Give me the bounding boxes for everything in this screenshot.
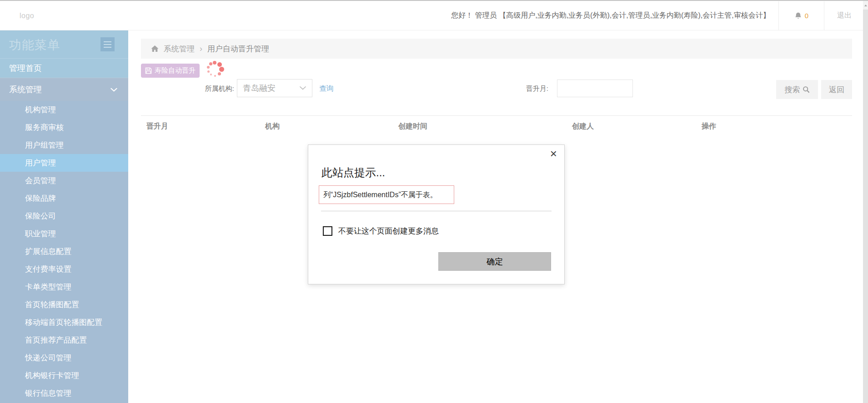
sidebar-item[interactable]: 保险品牌 xyxy=(0,189,128,207)
life-insurance-auto-promote-button[interactable]: 寿险自动晋升 xyxy=(141,64,200,78)
table-column-header: 操作 xyxy=(702,122,852,131)
notification-count: 0 xyxy=(805,12,808,20)
sidebar-header: 功能菜单 xyxy=(0,30,128,58)
select-chevron-icon xyxy=(299,86,306,90)
sidebar-item[interactable]: 机构银行卡管理 xyxy=(0,367,128,384)
sidebar-item[interactable]: 服务商审核 xyxy=(0,119,128,136)
breadcrumb-section[interactable]: 系统管理 xyxy=(164,44,195,54)
breadcrumb-separator-icon: › xyxy=(200,44,202,54)
dialog-title: 此站点提示... xyxy=(321,165,385,180)
search-button[interactable]: 搜索 xyxy=(776,80,818,99)
org-select[interactable]: 青岛融安 xyxy=(237,79,312,97)
sidebar-title: 功能菜单 xyxy=(9,37,60,53)
sidebar: 功能菜单 管理首页 系统管理 机构管理服务商审核用户组管理用户管理会员管理保险品… xyxy=(0,30,128,403)
breadcrumb: 系统管理 › 用户自动晋升管理 xyxy=(141,39,852,59)
header-right: 您好！ 管理员 【高级用户,业务内勤,业务员(外勤),会计,管理员,业务内勤(寿… xyxy=(451,1,858,30)
query-link[interactable]: 查询 xyxy=(319,79,334,98)
sidebar-item[interactable]: 保险公司 xyxy=(0,207,128,225)
sidebar-item[interactable]: 银行信息管理 xyxy=(0,384,128,402)
sidebar-item[interactable]: 会员管理 xyxy=(0,172,128,189)
loading-spinner-icon xyxy=(206,60,224,78)
table-column-header: 机构 xyxy=(265,122,398,131)
table-column-header: 创建人 xyxy=(572,122,702,131)
sidebar-item[interactable]: 首页轮播图配置 xyxy=(0,296,128,313)
dialog-divider xyxy=(321,211,552,211)
search-button-label: 搜索 xyxy=(785,85,800,95)
save-button-label: 寿险自动晋升 xyxy=(155,66,196,75)
chevron-down-icon xyxy=(110,88,117,92)
site-message-dialog: × 此站点提示... 列“JSjzbfSettlementIDs”不属于表。 不… xyxy=(308,144,565,284)
save-icon xyxy=(145,67,152,74)
dont-show-again-label: 不要让这个页面创建更多消息 xyxy=(338,226,439,236)
menu-toggle-icon[interactable] xyxy=(100,37,115,51)
sidebar-item-home[interactable]: 管理首页 xyxy=(0,58,128,78)
logo: logo xyxy=(20,12,34,20)
results-table-header: 晋升月机构创建时间创建人操作 xyxy=(141,115,852,131)
back-button[interactable]: 返回 xyxy=(821,80,852,99)
top-header: logo 您好！ 管理员 【高级用户,业务内勤,业务员(外勤),会计,管理员,业… xyxy=(0,0,868,30)
dont-show-again-row[interactable]: 不要让这个页面创建更多消息 xyxy=(323,226,439,236)
logout-link[interactable]: 退出 xyxy=(824,11,858,20)
sidebar-item[interactable]: 移动端首页轮播图配置 xyxy=(0,313,128,331)
sidebar-item[interactable]: 用户管理 xyxy=(0,154,128,172)
sidebar-submenu: 机构管理服务商审核用户组管理用户管理会员管理保险品牌保险公司职业管理扩展信息配置… xyxy=(0,101,128,402)
sidebar-item[interactable]: 支付费率设置 xyxy=(0,260,128,278)
sidebar-item[interactable]: 机构管理 xyxy=(0,101,128,119)
sidebar-item[interactable]: 首页推荐产品配置 xyxy=(0,331,128,349)
ok-button[interactable]: 确定 xyxy=(438,252,551,271)
table-column-header: 创建时间 xyxy=(398,122,572,131)
back-button-label: 返回 xyxy=(829,85,844,95)
scrollbar-up-arrow-icon[interactable] xyxy=(863,1,868,10)
org-select-value: 青岛融安 xyxy=(243,83,299,94)
vertical-scrollbar[interactable] xyxy=(863,1,868,403)
breadcrumb-current-page: 用户自动晋升管理 xyxy=(207,44,269,54)
user-greeting: 您好！ 管理员 【高级用户,业务内勤,业务员(外勤),会计,管理员,业务内勤(寿… xyxy=(451,11,778,20)
org-label: 所属机构: xyxy=(195,79,234,98)
dialog-error-message: 列“JSjzbfSettlementIDs”不属于表。 xyxy=(319,185,454,204)
sidebar-item[interactable]: 职业管理 xyxy=(0,225,128,243)
promotion-month-input[interactable] xyxy=(557,80,633,97)
sidebar-item[interactable]: 用户组管理 xyxy=(0,136,128,154)
bell-icon xyxy=(794,12,802,20)
sidebar-item[interactable]: 卡单类型管理 xyxy=(0,278,128,296)
sidebar-group-label: 系统管理 xyxy=(9,85,42,94)
sidebar-item[interactable]: 扩展信息配置 xyxy=(0,243,128,260)
search-icon xyxy=(803,86,810,93)
sidebar-item[interactable]: 快递公司管理 xyxy=(0,349,128,367)
sidebar-group-system[interactable]: 系统管理 xyxy=(0,78,128,101)
notifications-button[interactable]: 0 xyxy=(779,12,824,20)
promotion-month-label: 晋升月: xyxy=(518,79,548,98)
table-column-header: 晋升月 xyxy=(141,122,265,131)
close-icon[interactable]: × xyxy=(550,147,557,161)
home-icon xyxy=(151,45,159,52)
dont-show-again-checkbox[interactable] xyxy=(323,226,332,236)
